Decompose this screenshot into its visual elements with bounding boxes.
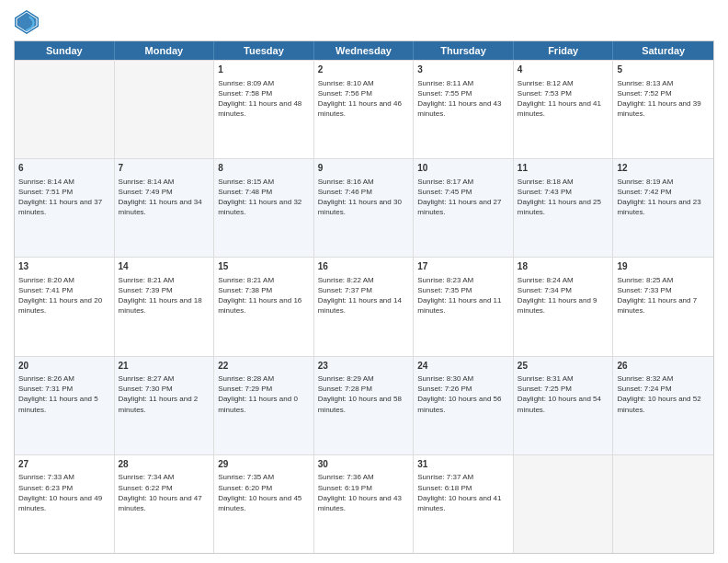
day-number: 5 <box>617 63 710 76</box>
day-cell-27: 27Sunrise: 7:33 AM Sunset: 6:23 PM Dayli… <box>15 455 115 553</box>
day-number: 21 <box>119 360 210 373</box>
day-info: Sunrise: 8:24 AM Sunset: 7:34 PM Dayligh… <box>518 275 609 316</box>
day-info: Sunrise: 8:18 AM Sunset: 7:43 PM Dayligh… <box>518 177 609 218</box>
day-number: 30 <box>318 458 410 471</box>
calendar-row-4: 27Sunrise: 7:33 AM Sunset: 6:23 PM Dayli… <box>15 454 713 553</box>
day-info: Sunrise: 8:26 AM Sunset: 7:31 PM Dayligh… <box>18 373 110 415</box>
day-cell-17: 17Sunrise: 8:23 AM Sunset: 7:35 PM Dayli… <box>414 258 514 355</box>
day-info: Sunrise: 7:33 AM Sunset: 6:23 PM Dayligh… <box>18 472 110 513</box>
day-info: Sunrise: 8:16 AM Sunset: 7:46 PM Dayligh… <box>318 177 410 218</box>
day-cell-18: 18Sunrise: 8:24 AM Sunset: 7:34 PM Dayli… <box>514 258 614 355</box>
day-cell-23: 23Sunrise: 8:29 AM Sunset: 7:28 PM Dayli… <box>314 357 415 454</box>
day-info: Sunrise: 8:09 AM Sunset: 7:58 PM Dayligh… <box>218 78 310 120</box>
calendar-row-1: 6Sunrise: 8:14 AM Sunset: 7:51 PM Daylig… <box>15 158 713 257</box>
day-cell-15: 15Sunrise: 8:21 AM Sunset: 7:38 PM Dayli… <box>214 258 314 355</box>
day-info: Sunrise: 8:30 AM Sunset: 7:26 PM Dayligh… <box>417 373 509 415</box>
day-number: 23 <box>318 360 410 373</box>
header-day-friday: Friday <box>514 41 614 60</box>
day-number: 22 <box>218 360 310 373</box>
day-number: 14 <box>119 260 210 273</box>
day-number: 18 <box>518 260 609 273</box>
day-info: Sunrise: 8:21 AM Sunset: 7:38 PM Dayligh… <box>218 275 310 316</box>
calendar-row-3: 20Sunrise: 8:26 AM Sunset: 7:31 PM Dayli… <box>15 356 713 454</box>
day-number: 13 <box>18 260 110 273</box>
day-cell-10: 10Sunrise: 8:17 AM Sunset: 7:45 PM Dayli… <box>414 159 514 257</box>
day-info: Sunrise: 7:34 AM Sunset: 6:22 PM Dayligh… <box>119 472 210 513</box>
day-info: Sunrise: 8:20 AM Sunset: 7:41 PM Dayligh… <box>18 275 110 316</box>
header-day-tuesday: Tuesday <box>214 41 314 60</box>
day-number: 6 <box>18 162 110 175</box>
empty-cell <box>613 455 713 553</box>
day-info: Sunrise: 7:37 AM Sunset: 6:18 PM Dayligh… <box>417 472 509 513</box>
day-number: 9 <box>318 162 410 175</box>
header-day-sunday: Sunday <box>15 41 115 60</box>
day-cell-11: 11Sunrise: 8:18 AM Sunset: 7:43 PM Dayli… <box>514 159 614 257</box>
day-cell-9: 9Sunrise: 8:16 AM Sunset: 7:46 PM Daylig… <box>314 159 415 257</box>
header <box>14 9 714 35</box>
day-cell-12: 12Sunrise: 8:19 AM Sunset: 7:42 PM Dayli… <box>613 159 713 257</box>
day-cell-3: 3Sunrise: 8:11 AM Sunset: 7:55 PM Daylig… <box>414 61 514 158</box>
day-number: 12 <box>617 162 710 175</box>
day-number: 20 <box>18 360 110 373</box>
day-info: Sunrise: 8:14 AM Sunset: 7:51 PM Dayligh… <box>18 177 110 218</box>
day-info: Sunrise: 8:32 AM Sunset: 7:24 PM Dayligh… <box>617 373 710 415</box>
day-info: Sunrise: 8:21 AM Sunset: 7:39 PM Dayligh… <box>119 275 210 316</box>
logo-icon <box>14 9 40 35</box>
page: SundayMondayTuesdayWednesdayThursdayFrid… <box>0 0 728 563</box>
day-number: 2 <box>318 63 410 76</box>
day-number: 7 <box>119 162 210 175</box>
day-number: 28 <box>119 458 210 471</box>
day-cell-31: 31Sunrise: 7:37 AM Sunset: 6:18 PM Dayli… <box>414 455 514 553</box>
header-day-monday: Monday <box>115 41 215 60</box>
day-cell-24: 24Sunrise: 8:30 AM Sunset: 7:26 PM Dayli… <box>414 357 514 454</box>
day-number: 4 <box>518 63 609 76</box>
day-number: 26 <box>617 360 710 373</box>
calendar-header: SundayMondayTuesdayWednesdayThursdayFrid… <box>15 41 713 60</box>
day-number: 25 <box>518 360 609 373</box>
day-info: Sunrise: 8:29 AM Sunset: 7:28 PM Dayligh… <box>318 373 410 415</box>
day-number: 19 <box>617 260 710 273</box>
day-info: Sunrise: 8:19 AM Sunset: 7:42 PM Dayligh… <box>617 177 710 218</box>
day-cell-28: 28Sunrise: 7:34 AM Sunset: 6:22 PM Dayli… <box>115 455 215 553</box>
calendar: SundayMondayTuesdayWednesdayThursdayFrid… <box>14 40 714 554</box>
day-info: Sunrise: 7:36 AM Sunset: 6:19 PM Dayligh… <box>318 472 410 513</box>
day-info: Sunrise: 8:14 AM Sunset: 7:49 PM Dayligh… <box>119 177 210 218</box>
calendar-row-0: 1Sunrise: 8:09 AM Sunset: 7:58 PM Daylig… <box>15 60 713 158</box>
day-cell-19: 19Sunrise: 8:25 AM Sunset: 7:33 PM Dayli… <box>613 258 713 355</box>
day-number: 8 <box>218 162 310 175</box>
day-info: Sunrise: 8:28 AM Sunset: 7:29 PM Dayligh… <box>218 373 310 415</box>
header-day-thursday: Thursday <box>414 41 514 60</box>
day-cell-8: 8Sunrise: 8:15 AM Sunset: 7:48 PM Daylig… <box>214 159 314 257</box>
day-info: Sunrise: 8:25 AM Sunset: 7:33 PM Dayligh… <box>617 275 710 316</box>
empty-cell <box>115 61 215 158</box>
day-cell-14: 14Sunrise: 8:21 AM Sunset: 7:39 PM Dayli… <box>115 258 215 355</box>
day-cell-5: 5Sunrise: 8:13 AM Sunset: 7:52 PM Daylig… <box>613 61 713 158</box>
day-number: 11 <box>518 162 609 175</box>
day-number: 10 <box>417 162 509 175</box>
day-number: 31 <box>417 458 509 471</box>
day-cell-26: 26Sunrise: 8:32 AM Sunset: 7:24 PM Dayli… <box>613 357 713 454</box>
day-cell-1: 1Sunrise: 8:09 AM Sunset: 7:58 PM Daylig… <box>214 61 314 158</box>
day-info: Sunrise: 8:11 AM Sunset: 7:55 PM Dayligh… <box>417 78 509 120</box>
day-cell-7: 7Sunrise: 8:14 AM Sunset: 7:49 PM Daylig… <box>115 159 215 257</box>
day-info: Sunrise: 8:27 AM Sunset: 7:30 PM Dayligh… <box>119 373 210 415</box>
day-number: 16 <box>318 260 410 273</box>
empty-cell <box>514 455 614 553</box>
empty-cell <box>15 61 115 158</box>
header-day-saturday: Saturday <box>613 41 713 60</box>
day-cell-21: 21Sunrise: 8:27 AM Sunset: 7:30 PM Dayli… <box>115 357 215 454</box>
day-info: Sunrise: 8:12 AM Sunset: 7:53 PM Dayligh… <box>518 78 609 120</box>
day-number: 17 <box>417 260 509 273</box>
calendar-body: 1Sunrise: 8:09 AM Sunset: 7:58 PM Daylig… <box>15 60 713 553</box>
logo <box>14 9 43 35</box>
calendar-row-2: 13Sunrise: 8:20 AM Sunset: 7:41 PM Dayli… <box>15 257 713 355</box>
header-day-wednesday: Wednesday <box>314 41 415 60</box>
day-cell-25: 25Sunrise: 8:31 AM Sunset: 7:25 PM Dayli… <box>514 357 614 454</box>
day-number: 15 <box>218 260 310 273</box>
day-cell-16: 16Sunrise: 8:22 AM Sunset: 7:37 PM Dayli… <box>314 258 415 355</box>
day-cell-2: 2Sunrise: 8:10 AM Sunset: 7:56 PM Daylig… <box>314 61 415 158</box>
day-cell-29: 29Sunrise: 7:35 AM Sunset: 6:20 PM Dayli… <box>214 455 314 553</box>
day-number: 3 <box>417 63 509 76</box>
day-cell-20: 20Sunrise: 8:26 AM Sunset: 7:31 PM Dayli… <box>15 357 115 454</box>
day-info: Sunrise: 8:23 AM Sunset: 7:35 PM Dayligh… <box>417 275 509 316</box>
